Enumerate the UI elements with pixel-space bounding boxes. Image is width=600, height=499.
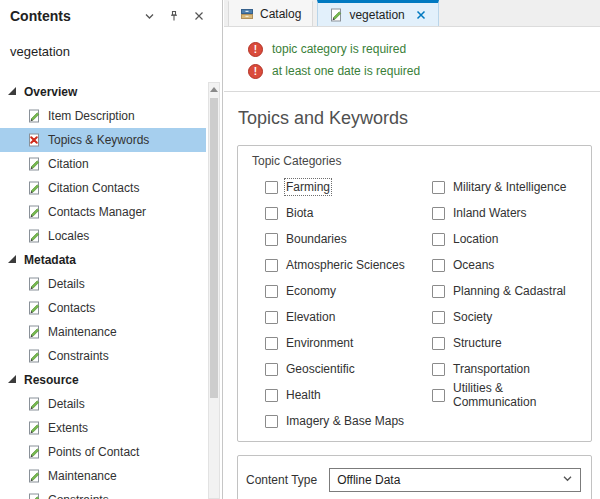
tab-vegetation[interactable]: vegetation	[317, 0, 438, 26]
metadata-page-icon	[27, 325, 41, 339]
content-type-dropdown[interactable]: Offline Data	[329, 468, 581, 492]
pin-icon[interactable]	[167, 9, 181, 23]
checkbox[interactable]	[265, 285, 278, 298]
tree-item-label: Locales	[48, 229, 89, 243]
tree-section-overview[interactable]: Overview	[0, 80, 206, 104]
topic-checkbox-inland-waters[interactable]: Inland Waters	[432, 205, 579, 221]
error-icon: !	[248, 42, 263, 57]
sidebar-item-resource-points-of-contact[interactable]: Points of Contact	[0, 440, 206, 464]
checkbox-label: Imagery & Base Maps	[286, 414, 404, 428]
checkbox[interactable]	[432, 363, 445, 376]
sidebar-item-metadata-constraints[interactable]: Constraints	[0, 344, 206, 368]
sidebar-item-overview-citation[interactable]: Citation	[0, 152, 206, 176]
tree-item-label: Constraints	[48, 493, 109, 499]
sidebar-item-resource-constraints[interactable]: Constraints	[0, 488, 206, 499]
tab-close-icon[interactable]	[415, 9, 427, 21]
checkbox-label: Structure	[453, 336, 502, 350]
tab-label: Catalog	[260, 7, 301, 21]
topic-checkbox-farming[interactable]: Farming	[265, 179, 432, 195]
checkbox[interactable]	[265, 207, 278, 220]
tree-item-label: Contacts	[48, 301, 95, 315]
topic-checkbox-transportation[interactable]: Transportation	[432, 361, 579, 377]
checkbox-label: Boundaries	[286, 232, 347, 246]
checkbox-label: Society	[453, 310, 492, 324]
tree-item-label: Contacts Manager	[48, 205, 146, 219]
scrollbar-thumb[interactable]	[210, 98, 218, 398]
checkbox[interactable]	[432, 181, 445, 194]
sidebar-item-resource-details[interactable]: Details	[0, 392, 206, 416]
expand-triangle-icon[interactable]	[8, 255, 16, 263]
topic-checkbox-environment[interactable]: Environment	[265, 335, 432, 351]
catalog-icon	[240, 7, 254, 21]
tree-section-resource[interactable]: Resource	[0, 368, 206, 392]
tab-bar: Catalog vegetation	[224, 0, 600, 27]
checkbox[interactable]	[432, 389, 445, 402]
topic-checkbox-economy[interactable]: Economy	[265, 283, 432, 299]
checkbox[interactable]	[432, 311, 445, 324]
topic-checkbox-elevation[interactable]: Elevation	[265, 309, 432, 325]
checkbox[interactable]	[432, 233, 445, 246]
scroll-up-arrow-icon[interactable]	[209, 83, 219, 96]
metadata-page-icon	[27, 301, 41, 315]
topic-checkbox-geoscientific[interactable]: Geoscientific	[265, 361, 432, 377]
topic-checkbox-atmospheric-sciences[interactable]: Atmospheric Sciences	[265, 257, 432, 273]
tree-item-label: Maintenance	[48, 325, 117, 339]
topic-checkbox-planning-cadastral[interactable]: Planning & Cadastral	[432, 283, 579, 299]
checkbox[interactable]	[432, 337, 445, 350]
validation-message-text: at least one date is required	[272, 64, 420, 78]
sidebar-item-metadata-maintenance[interactable]: Maintenance	[0, 320, 206, 344]
topic-checkbox-biota[interactable]: Biota	[265, 205, 432, 221]
checkbox-label: Farming	[286, 180, 330, 194]
metadata-page-icon	[329, 8, 343, 22]
checkbox-label: Health	[286, 388, 321, 402]
checkbox[interactable]	[432, 259, 445, 272]
sidebar-item-metadata-contacts[interactable]: Contacts	[0, 296, 206, 320]
content-type-label: Content Type	[246, 468, 317, 492]
sidebar-item-overview-topics-keywords[interactable]: Topics & Keywords	[0, 128, 206, 152]
topic-checkbox-structure[interactable]: Structure	[432, 335, 579, 351]
checkbox[interactable]	[265, 311, 278, 324]
metadata-page-icon	[27, 445, 41, 459]
tree-scrollbar[interactable]	[208, 82, 220, 499]
checkbox[interactable]	[265, 389, 278, 402]
contents-panel: Contents vegetation OverviewItem Descrip…	[0, 0, 223, 499]
sidebar-item-overview-contacts-manager[interactable]: Contacts Manager	[0, 200, 206, 224]
topic-checkbox-location[interactable]: Location	[432, 231, 579, 247]
metadata-page-icon	[27, 109, 41, 123]
checkbox[interactable]	[265, 181, 278, 194]
checkbox[interactable]	[265, 337, 278, 350]
expand-triangle-icon[interactable]	[8, 375, 16, 383]
checkbox[interactable]	[265, 415, 278, 428]
contents-panel-header: Contents	[0, 0, 222, 32]
tree-section-metadata[interactable]: Metadata	[0, 248, 206, 272]
tree-item-label: Item Description	[48, 109, 135, 123]
checkbox[interactable]	[432, 207, 445, 220]
sidebar-item-overview-locales[interactable]: Locales	[0, 224, 206, 248]
sidebar-item-overview-citation-contacts[interactable]: Citation Contacts	[0, 176, 206, 200]
topic-checkbox-imagery-base-maps[interactable]: Imagery & Base Maps	[265, 413, 432, 429]
topic-checkbox-oceans[interactable]: Oceans	[432, 257, 579, 273]
topic-checkbox-utilities-communication[interactable]: Utilities & Communication	[432, 387, 579, 403]
metadata-page-icon	[27, 493, 41, 499]
tab-catalog[interactable]: Catalog	[228, 0, 313, 26]
checkbox[interactable]	[432, 285, 445, 298]
topic-categories-label: Topic Categories	[252, 154, 579, 168]
checkbox[interactable]	[265, 363, 278, 376]
close-icon[interactable]	[192, 9, 206, 23]
checkbox[interactable]	[265, 233, 278, 246]
sidebar-item-resource-maintenance[interactable]: Maintenance	[0, 464, 206, 488]
sidebar-item-overview-item-description[interactable]: Item Description	[0, 104, 206, 128]
app-window: Contents vegetation OverviewItem Descrip…	[0, 0, 600, 499]
sidebar-item-resource-extents[interactable]: Extents	[0, 416, 206, 440]
tree-item-label: Constraints	[48, 349, 109, 363]
chevron-down-icon[interactable]	[142, 9, 156, 23]
checkbox[interactable]	[265, 259, 278, 272]
expand-triangle-icon[interactable]	[8, 87, 16, 95]
metadata-page-icon	[27, 181, 41, 195]
topic-checkbox-society[interactable]: Society	[432, 309, 579, 325]
topic-checkbox-military-intelligence[interactable]: Military & Intelligence	[432, 179, 579, 195]
topic-checkbox-health[interactable]: Health	[265, 387, 432, 403]
topic-checkbox-boundaries[interactable]: Boundaries	[265, 231, 432, 247]
tree-item-label: Extents	[48, 421, 88, 435]
sidebar-item-metadata-details[interactable]: Details	[0, 272, 206, 296]
